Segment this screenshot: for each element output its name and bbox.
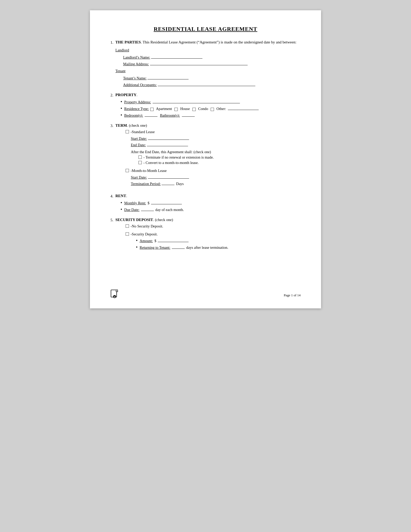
termination-period-field[interactable] — [162, 181, 174, 185]
returning-suffix: days after lease termination. — [186, 245, 228, 250]
returning-field[interactable] — [172, 245, 185, 249]
due-date-label: Due Date: — [124, 208, 139, 212]
document-icon: e — [110, 290, 119, 301]
convert-option: - Convert to a month-to-month lease. — [138, 161, 301, 165]
start-date-field-2[interactable] — [148, 175, 189, 179]
property-period: . — [136, 93, 137, 97]
standard-lease-label: Standard Lease — [132, 130, 155, 134]
property-address-label: Property Address: — [124, 100, 151, 104]
due-date-item: • Due Date: day of each month. — [120, 207, 301, 212]
start-date-label-2: Start Date: — [131, 175, 147, 180]
bathrooms-label: Bathroom(s): — [160, 113, 180, 117]
condo-checkbox[interactable] — [192, 108, 196, 111]
deposit-amount-field[interactable] — [158, 238, 189, 242]
svg-text:e: e — [114, 296, 115, 298]
deposit-label: Security Deposit — [132, 232, 157, 236]
term-heading: TERM — [115, 123, 127, 127]
additional-occupants-label: Additional Occupants: — [123, 83, 157, 87]
no-deposit-option: - No Security Deposit. — [126, 224, 301, 228]
rent-dollar: $ — [148, 201, 150, 205]
convert-label: - Convert to a month-to-month lease. — [143, 161, 199, 165]
residence-type-label: Residence Type: — [124, 107, 149, 111]
parties-heading: THE PARTIES — [115, 40, 141, 44]
security-deposit-check-one: . (check one) — [153, 218, 173, 222]
returning-label: Returning to Tenant: — [140, 245, 171, 250]
section-number-1: 1. — [110, 40, 113, 45]
section-number-5: 5. — [110, 218, 113, 222]
monthly-rent-label: Monthly Rent: — [124, 201, 146, 205]
rent-period: . — [126, 194, 127, 198]
document-title: RESIDENTIAL LEASE AGREEMENT — [110, 26, 301, 32]
other-checkbox[interactable] — [211, 108, 214, 111]
start-date-label-1: Start Date: — [131, 136, 147, 141]
due-date-field[interactable] — [141, 207, 154, 211]
end-date-label: End Date: — [131, 143, 146, 147]
returning-to-tenant-item: • Returning to Tenant: days after lease … — [136, 245, 301, 250]
mailing-address-label: Mailing Address: — [123, 62, 149, 66]
monthly-rent-item: • Monthly Rent: $ — [120, 200, 301, 205]
property-address-field[interactable] — [153, 99, 240, 103]
tenant-name-field[interactable] — [147, 75, 189, 79]
section-parties: 1. THE PARTIES. This Residential Lease A… — [110, 40, 301, 89]
additional-occupants-field[interactable] — [158, 82, 255, 86]
term-check-one: . (check one) — [127, 123, 147, 127]
standard-lease-option: - Standard Lease Start Date: End Date: A… — [126, 130, 301, 165]
monthly-rent-field[interactable] — [151, 200, 182, 204]
condo-label: Condo — [198, 107, 208, 111]
house-checkbox[interactable] — [174, 108, 178, 111]
rent-heading: RENT — [115, 194, 126, 198]
terminate-checkbox[interactable] — [138, 155, 142, 159]
apartment-checkbox[interactable] — [150, 108, 154, 111]
tenant-label: Tenant — [115, 69, 301, 73]
section-rent: 4. RENT. • Monthly Rent: $ • Due Date — [110, 194, 301, 214]
property-address-item: • Property Address: — [120, 99, 301, 104]
month-to-month-label: Month-to-Month Lease — [132, 169, 167, 173]
section-number-3: 3. — [110, 124, 113, 128]
deposit-amount-label: Amount: — [140, 239, 153, 243]
house-label: House — [180, 107, 190, 111]
page-number: Page 1 of 14 — [284, 293, 301, 297]
bedrooms-field[interactable] — [145, 113, 157, 117]
month-to-month-checkbox[interactable] — [126, 169, 129, 172]
due-date-suffix: day of each month. — [155, 208, 184, 212]
no-deposit-period: . — [162, 224, 163, 228]
convert-checkbox[interactable] — [138, 161, 142, 164]
section-term: 3. TERM. (check one) - Standard Lease St… — [110, 123, 301, 190]
terminate-option: - Terminate if no renewal or extension i… — [138, 155, 301, 160]
section-number-4: 4. — [110, 194, 113, 198]
bathrooms-field[interactable] — [182, 113, 195, 117]
days-label: Days — [176, 182, 184, 186]
security-deposit-heading: SECURITY DEPOSIT — [115, 218, 153, 222]
start-date-field-1[interactable] — [148, 136, 189, 140]
apartment-label: Apartment — [156, 107, 172, 111]
landlord-name-field[interactable] — [151, 54, 202, 59]
landlord-name-label: Landlord’s Name: — [123, 55, 150, 60]
section-property: 2. PROPERTY. • Property Address: • Resid… — [110, 93, 301, 119]
other-label: Other: — [217, 107, 226, 111]
section-security-deposit: 5. SECURITY DEPOSIT. (check one) - No Se… — [110, 218, 301, 253]
tenant-name-label: Tenant’s Name: — [123, 76, 146, 80]
no-deposit-checkbox[interactable] — [126, 224, 129, 228]
deposit-period: . — [157, 232, 158, 236]
month-to-month-option: - Month-to-Month Lease Start Date: Termi… — [126, 169, 301, 186]
deposit-checkbox[interactable] — [126, 232, 129, 236]
deposit-option: - Security Deposit. • Amount: $ — [126, 232, 301, 250]
deposit-dollar: $ — [154, 239, 156, 243]
no-deposit-label: No Security Deposit — [132, 224, 162, 228]
standard-lease-checkbox[interactable] — [126, 130, 129, 133]
residence-type-item: • Residence Type: Apartment House — [120, 106, 301, 111]
section-number-2: 2. — [110, 93, 113, 97]
parties-intro: . This Residential Lease Agreement (“Agr… — [141, 40, 296, 44]
bedrooms-label: Bedroom(s): — [124, 113, 143, 118]
page-footer: e Page 1 of 14 — [110, 290, 301, 301]
bedrooms-item: • Bedroom(s): Bathroom(s): — [120, 113, 301, 118]
landlord-label: Landlord — [115, 48, 301, 52]
deposit-amount-item: • Amount: $ — [136, 238, 301, 243]
other-field[interactable] — [228, 106, 259, 110]
document-page: RESIDENTIAL LEASE AGREEMENT 1. THE PARTI… — [90, 10, 321, 308]
svg-rect-1 — [116, 290, 118, 292]
mailing-address-field[interactable] — [150, 61, 248, 65]
end-date-field[interactable] — [147, 142, 188, 146]
property-heading: PROPERTY — [115, 93, 136, 97]
termination-period-label: Termination Period: — [131, 182, 161, 186]
